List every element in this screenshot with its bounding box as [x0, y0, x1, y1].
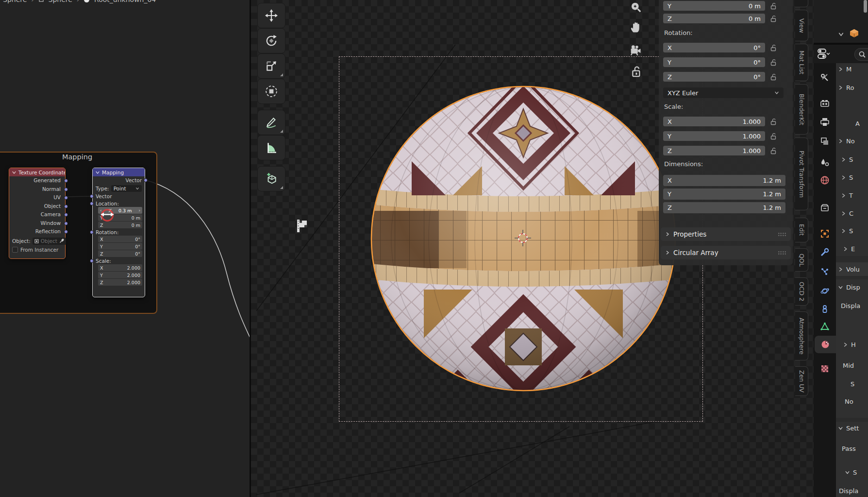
dimension-y-field[interactable]: Y1.2 m [663, 189, 785, 200]
tab-world-properties[interactable] [815, 171, 835, 189]
texture-coordinate-header[interactable]: Texture Coordinate [9, 168, 65, 176]
mesh-cube-icon[interactable] [849, 28, 859, 38]
measure-tool-button[interactable] [257, 135, 285, 160]
panel-row[interactable]: S [841, 174, 853, 181]
tab-material-properties[interactable] [815, 336, 836, 353]
lock-gizmo[interactable] [630, 65, 643, 78]
lock-icon[interactable] [770, 118, 778, 125]
tab-output-properties[interactable] [815, 113, 835, 131]
panel-row[interactable]: T [841, 192, 853, 199]
panel-displacement[interactable]: Disp [838, 284, 860, 291]
tab-data-properties[interactable] [815, 318, 835, 335]
tab-texture-properties[interactable] [815, 360, 835, 377]
lock-icon[interactable] [770, 73, 778, 81]
lock-icon[interactable] [770, 15, 778, 22]
scale-x-field[interactable]: X1.000 [663, 117, 765, 126]
tab-qol[interactable]: QOL [795, 248, 808, 272]
tab-ocd-2[interactable]: OCD 2 [795, 277, 808, 306]
lock-icon[interactable] [770, 2, 778, 10]
panel-row[interactable]: Ro [838, 84, 854, 91]
tab-blenderkit[interactable]: BlenderKit [795, 84, 808, 135]
panel-row[interactable]: C [841, 210, 853, 217]
location-z-field[interactable]: Z0 m [98, 222, 142, 228]
location-z-field[interactable]: Z0 m [663, 14, 765, 23]
lock-icon[interactable] [770, 132, 778, 140]
panel-settings[interactable]: Sett [838, 425, 859, 432]
tab-constraint-properties[interactable] [815, 300, 835, 318]
expand-icon[interactable] [838, 31, 844, 37]
lock-icon[interactable] [770, 147, 778, 154]
rotation-x-field[interactable]: X0° [663, 43, 765, 52]
socket-scale[interactable] [90, 259, 94, 263]
rotation-y-field[interactable]: Y0° [98, 243, 142, 250]
tab-collection-properties[interactable] [815, 199, 835, 217]
tab-pivot-transform[interactable]: Pivot Transform [795, 137, 808, 210]
socket-vector-in[interactable] [90, 194, 94, 198]
texture-coordinate-node[interactable]: Texture Coordinate Generated Normal UV O… [9, 168, 66, 259]
socket-object[interactable] [64, 205, 68, 208]
mapping-header[interactable]: Mapping [93, 168, 145, 176]
socket-camera[interactable] [64, 213, 68, 217]
scale-tool-button[interactable] [257, 53, 285, 79]
rotation-y-field[interactable]: Y0° [663, 57, 765, 67]
zoom-gizmo[interactable] [629, 1, 642, 14]
camera-view-gizmo[interactable] [629, 43, 642, 56]
scale-y-field[interactable]: Y2.000 [98, 272, 142, 278]
panel-row[interactable]: S [841, 156, 853, 163]
dimension-z-field[interactable]: Z1.2 m [663, 202, 785, 213]
scale-z-field[interactable]: Z1.000 [663, 146, 765, 155]
tab-edit[interactable]: Edit [795, 218, 808, 242]
mapping-node[interactable]: Mapping Vector Type: Point Vector Locati… [92, 168, 145, 297]
socket-reflection[interactable] [64, 230, 68, 234]
socket-location[interactable] [90, 202, 94, 206]
tab-physics-properties[interactable] [815, 282, 835, 300]
lock-icon[interactable] [770, 44, 778, 51]
panel-properties[interactable]: Properties [661, 227, 791, 241]
panel-row[interactable]: S [841, 227, 853, 235]
move-tool-button[interactable] [257, 3, 285, 28]
lock-icon[interactable] [770, 58, 778, 66]
scale-x-field[interactable]: X2.000 [98, 264, 142, 271]
add-cube-tool-button[interactable] [257, 166, 285, 191]
socket-uv[interactable] [64, 196, 68, 200]
tab-scene-properties[interactable] [815, 154, 835, 171]
scale-y-field[interactable]: Y1.000 [663, 131, 765, 141]
rotation-x-field[interactable]: X0° [98, 236, 142, 242]
properties-editor-icon[interactable] [818, 49, 830, 59]
from-instancer-checkbox[interactable] [12, 247, 18, 253]
tab-modifier-properties[interactable] [815, 243, 835, 261]
socket-vector-out[interactable] [144, 178, 148, 182]
location-y-field[interactable]: Y0 m [663, 1, 765, 11]
panel-row[interactable]: No [838, 137, 855, 145]
panel-row[interactable]: M [838, 66, 851, 73]
outliner-scrollbar[interactable] [864, 0, 867, 13]
collapse-icon[interactable] [12, 170, 17, 175]
socket-rotation[interactable] [90, 230, 94, 234]
panel-row[interactable]: H [843, 341, 856, 348]
socket-window[interactable] [64, 222, 68, 225]
panel-volume[interactable]: Volu [838, 266, 860, 273]
tab-particle-properties[interactable] [815, 263, 835, 280]
socket-normal[interactable] [64, 188, 68, 191]
rotation-mode-dropdown[interactable]: XYZ Euler [663, 87, 784, 98]
tab-render-properties[interactable] [815, 95, 835, 112]
transform-tool-button[interactable] [257, 79, 285, 104]
pan-gizmo[interactable] [629, 20, 642, 34]
panel-circular-array[interactable]: Circular Array [661, 246, 791, 259]
collapse-icon[interactable] [95, 170, 100, 175]
tab-atmosphere[interactable]: Atmosphere [795, 311, 808, 360]
type-dropdown[interactable]: Point [111, 185, 142, 192]
tab-mat-list[interactable]: Mat List [795, 44, 808, 81]
tab-zen-uv[interactable]: Zen UV [795, 366, 808, 396]
scale-z-field[interactable]: Z2.000 [98, 279, 142, 286]
panel-subsection[interactable]: S [845, 469, 857, 476]
eyedropper-icon[interactable] [59, 239, 64, 243]
rotation-z-field[interactable]: Z0° [663, 72, 765, 82]
rotation-z-field[interactable]: Z0° [98, 250, 142, 257]
tab-tool[interactable]: Tool [795, 0, 808, 7]
panel-row[interactable]: E [843, 245, 855, 253]
tab-view[interactable]: View [795, 10, 808, 41]
tab-object-properties[interactable] [815, 225, 835, 242]
tab-view-layer-properties[interactable] [815, 133, 835, 150]
rotate-tool-button[interactable] [257, 28, 285, 53]
